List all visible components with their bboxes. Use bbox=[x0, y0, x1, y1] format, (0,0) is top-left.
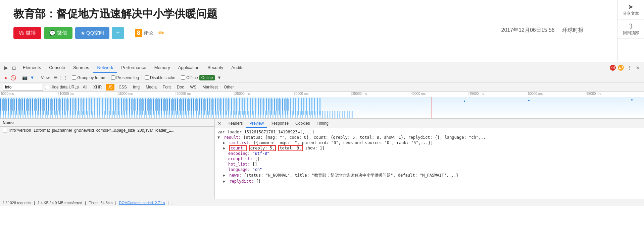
devtools-icons: ▶ ◻ bbox=[3, 64, 17, 71]
hide-data-urls-checkbox[interactable]: Hide data URLs bbox=[45, 85, 79, 89]
status-divider-1: | bbox=[34, 201, 35, 205]
toolbar-divider-5 bbox=[142, 75, 142, 81]
close-devtools-icon[interactable]: ✕ bbox=[635, 64, 641, 71]
tab-application[interactable]: Application bbox=[174, 62, 204, 73]
tab-memory[interactable]: Memory bbox=[150, 62, 174, 73]
tab-sources[interactable]: Sources bbox=[69, 62, 93, 73]
cookies-tab[interactable]: Cookies bbox=[292, 119, 313, 128]
timeline-dot-3 bbox=[631, 99, 633, 101]
news-line: ▶ news: {status: "N_NORMAL", title: "教育部… bbox=[217, 172, 641, 179]
tab-security[interactable]: Security bbox=[203, 62, 227, 73]
filter-doc-btn[interactable]: Doc bbox=[175, 84, 186, 90]
comment-button[interactable]: 8 评论 bbox=[135, 29, 153, 37]
offline-checkbox[interactable]: Offline bbox=[181, 75, 198, 80]
preview-tab[interactable]: Preview bbox=[246, 119, 267, 128]
divider bbox=[128, 28, 128, 38]
filter-other-btn[interactable]: Other bbox=[222, 84, 236, 90]
online-dropdown-icon[interactable]: ▼ bbox=[216, 75, 222, 81]
transferred-size: 1.4 KB / 4.0 MB transferred bbox=[38, 201, 82, 205]
request-list-body[interactable]: info?version=1&format=js&channel=gn&news… bbox=[0, 127, 214, 199]
up-arrow-icon: ⇧ bbox=[619, 22, 643, 30]
right-sidebar: ➤ 分享文章 ⇧ 回到顶部 bbox=[617, 0, 644, 62]
group-by-frame-checkbox[interactable]: Group by frame bbox=[72, 75, 105, 80]
list-view-icon[interactable]: ☰ bbox=[53, 75, 59, 81]
tick-25000: 25000 ms bbox=[234, 92, 293, 96]
result-line: ▼ result: {status: {msg: "", code: 0}, c… bbox=[217, 135, 641, 140]
request-icon bbox=[3, 128, 7, 133]
filter-js-btn[interactable]: JS bbox=[106, 84, 114, 90]
timeline-marker bbox=[432, 97, 432, 119]
clear-icon[interactable]: 🚫 bbox=[10, 75, 16, 81]
edit-icon[interactable]: ✏ bbox=[158, 29, 164, 38]
waterfall-view-icon[interactable]: ⋮⋮ bbox=[60, 75, 66, 81]
encoding-line: encoding: "utf-8" bbox=[217, 151, 641, 156]
timeline-dot-1 bbox=[464, 101, 465, 102]
filter-manifest-btn[interactable]: Manifest bbox=[201, 84, 220, 90]
domcontent-loaded[interactable]: DOMContentLoaded: 2.71 s bbox=[119, 201, 165, 205]
tab-console[interactable]: Console bbox=[45, 62, 69, 73]
tick-50000: 50000 ms bbox=[527, 92, 585, 96]
tick-10000: 10000 ms bbox=[58, 92, 117, 96]
response-tab[interactable]: Response bbox=[267, 119, 292, 128]
share-article-button[interactable]: ➤ 分享文章 bbox=[617, 0, 644, 19]
requests-count: 1 / 1028 requests bbox=[3, 201, 31, 205]
tick-30000: 30000 ms bbox=[293, 92, 351, 96]
filter-font-btn[interactable]: Font bbox=[161, 84, 173, 90]
weibo-button[interactable]: 𝕎 微博 bbox=[13, 27, 41, 39]
star-icon: ★ bbox=[81, 30, 85, 36]
tick-40000: 40000 ms bbox=[410, 92, 468, 96]
filter-css-btn[interactable]: CSS bbox=[116, 84, 129, 90]
request-row[interactable]: info?version=1&format=js&channel=gn&news… bbox=[0, 127, 214, 134]
online-indicator[interactable]: Online bbox=[199, 75, 215, 80]
filter-xhr-btn[interactable]: XHR bbox=[91, 84, 104, 90]
page-title: 教育部：督促地方迅速解决中小学供暖问题 bbox=[13, 7, 631, 21]
device-icon[interactable]: ◻ bbox=[11, 64, 17, 71]
toolbar-divider-6 bbox=[178, 75, 178, 81]
camera-icon[interactable]: 📷 bbox=[22, 75, 28, 81]
cursor-icon[interactable]: ▶ bbox=[3, 64, 9, 71]
tab-elements[interactable]: Elements bbox=[19, 62, 45, 73]
view-label: View: bbox=[41, 75, 51, 80]
filter-img-btn[interactable]: Img bbox=[131, 84, 142, 90]
devtools-filterbar: Hide data URLs All XHR JS CSS Img Media … bbox=[0, 82, 644, 92]
toolbar-divider-4 bbox=[108, 75, 108, 81]
comment-badge: 8 bbox=[135, 29, 142, 37]
hot-list-line: hot_list: [] bbox=[217, 162, 641, 167]
filter-ws-btn[interactable]: WS bbox=[188, 84, 198, 90]
waterfall-bars-2 bbox=[0, 99, 290, 111]
more-options-icon[interactable]: ⋮ bbox=[626, 64, 633, 71]
headers-tab[interactable]: Headers bbox=[224, 119, 246, 128]
tick-20000: 20000 ms bbox=[176, 92, 234, 96]
language-line: language: "ch" bbox=[217, 167, 641, 172]
filter-all-btn[interactable]: All bbox=[81, 84, 89, 90]
status-divider-4: | bbox=[167, 201, 168, 205]
finish-time: Finish: 54.34 s bbox=[89, 201, 113, 205]
disable-cache-checkbox[interactable]: Disable cache bbox=[145, 75, 175, 80]
close-response-button[interactable]: ✕ bbox=[217, 119, 221, 128]
warn-count-badge: ▲3 bbox=[618, 65, 624, 71]
weixin-button[interactable]: 💬 微信 bbox=[44, 27, 72, 39]
tab-performance[interactable]: Performance bbox=[117, 62, 150, 73]
back-to-top-button[interactable]: ⇧ 回到顶部 bbox=[617, 19, 644, 39]
devtools-network-toolbar: ● 🚫 📷 ▼ View: ☰ ⋮⋮ Group by frame Preser… bbox=[0, 73, 644, 82]
preserve-log-checkbox[interactable]: Preserve log bbox=[111, 75, 139, 80]
devtools-topbar-right: ✕4 ▲3 ⋮ ✕ bbox=[610, 64, 641, 71]
filter-media-btn[interactable]: Media bbox=[144, 84, 159, 90]
tab-network[interactable]: Network bbox=[93, 62, 117, 73]
devtools-panel: ▶ ◻ Elements Console Sources Network Per… bbox=[0, 62, 644, 206]
devtools-main: Name info?version=1&format=js&channel=gn… bbox=[0, 119, 644, 199]
plus-button[interactable]: + bbox=[112, 27, 124, 39]
request-list-pane: Name info?version=1&format=js&channel=gn… bbox=[0, 119, 215, 199]
devtools-statusbar: 1 / 1028 requests | 1.4 KB / 4.0 MB tran… bbox=[0, 199, 644, 206]
tick-15000: 15000 ms bbox=[117, 92, 176, 96]
response-tabs: ✕ Headers Preview Response Cookies Timin… bbox=[215, 119, 644, 128]
record-icon[interactable]: ● bbox=[3, 75, 9, 81]
response-body[interactable]: var loader_1512615871781_14198923={,...}… bbox=[215, 128, 644, 199]
filter-input[interactable] bbox=[3, 84, 43, 90]
timeline-ruler: 5000 ms 10000 ms 15000 ms 20000 ms 25000… bbox=[0, 92, 644, 97]
filter-icon[interactable]: ▼ bbox=[29, 75, 35, 81]
qq-button[interactable]: ★ QQ空间 bbox=[75, 27, 109, 39]
timing-tab[interactable]: Timing bbox=[313, 119, 332, 128]
page-meta: 2017年12月06日15:56 环球时报 bbox=[501, 27, 584, 34]
tab-audits[interactable]: Audits bbox=[227, 62, 247, 73]
